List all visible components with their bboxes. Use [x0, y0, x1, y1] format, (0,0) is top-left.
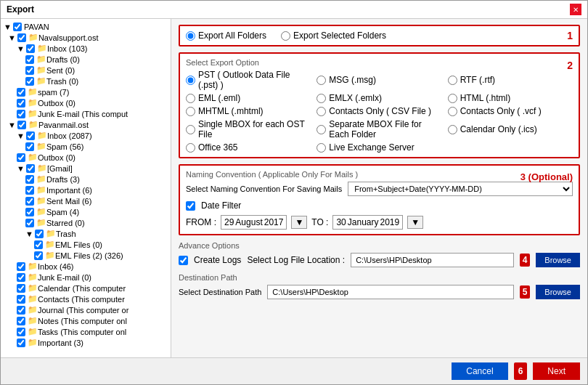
- item-checkbox[interactable]: [17, 121, 26, 129]
- item-label: Drafts (0): [46, 55, 80, 64]
- cancel-button[interactable]: Cancel: [452, 362, 507, 380]
- item-checkbox[interactable]: [25, 175, 34, 184]
- list-item[interactable]: 📁 Contacts (This computer: [1, 293, 171, 304]
- list-item[interactable]: ▼ 📁 Trash: [1, 228, 171, 239]
- list-item[interactable]: 📁 Junk E-mail (0): [1, 272, 171, 283]
- list-item[interactable]: 📁 Drafts (0): [1, 54, 171, 65]
- item-checkbox[interactable]: [25, 55, 34, 64]
- list-item[interactable]: 📁 Drafts (3): [1, 174, 171, 185]
- list-item[interactable]: 📁 Calendar (This computer: [1, 283, 171, 293]
- to-calendar-button[interactable]: ▼: [407, 216, 423, 229]
- item-checkbox[interactable]: [17, 110, 25, 118]
- naming-select[interactable]: From+Subject+Date(YYYY-MM-DD): [348, 182, 573, 196]
- export-all-folders-label[interactable]: Export All Folders: [198, 31, 266, 41]
- list-item[interactable]: 📁 Sent Mail (6): [1, 195, 171, 206]
- list-item[interactable]: 📁 EML Files (0): [1, 239, 171, 250]
- list-item[interactable]: 📁 Important (3): [1, 337, 171, 348]
- item-checkbox[interactable]: [17, 339, 25, 347]
- item-checkbox[interactable]: [17, 99, 25, 108]
- html-radio[interactable]: [448, 94, 457, 103]
- item-checkbox[interactable]: [17, 317, 25, 325]
- list-item[interactable]: 📁 Notes (This computer onl: [1, 315, 171, 326]
- list-item[interactable]: 📁 EML Files (2) (326): [1, 250, 171, 261]
- item-checkbox[interactable]: [26, 164, 35, 173]
- item-checkbox[interactable]: [25, 142, 34, 151]
- contacts-vcf-radio[interactable]: [448, 107, 457, 116]
- list-item[interactable]: 📁 Journal (This computer or: [1, 304, 171, 315]
- list-item[interactable]: ▼ 📁 Inbox (2087): [1, 130, 171, 141]
- list-item[interactable]: 📁 Outbox (0): [1, 152, 171, 163]
- section-2-box: Select Export Option PST ( Outlook Data …: [179, 52, 580, 158]
- item-checkbox[interactable]: [17, 284, 25, 293]
- item-label: Important (6): [46, 186, 92, 195]
- live-exchange-radio[interactable]: [317, 143, 326, 153]
- expand-icon: ▼: [8, 33, 16, 42]
- list-item[interactable]: 📁 Tasks (This computer onl: [1, 326, 171, 337]
- export-selected-folders-radio[interactable]: [281, 31, 290, 41]
- list-item[interactable]: ▼ 📁 Inbox (103): [1, 43, 171, 54]
- item-label: Starred (0): [46, 219, 85, 227]
- export-selected-folders-label[interactable]: Export Selected Folders: [293, 31, 386, 41]
- list-item[interactable]: 📁 Inbox (46): [1, 261, 171, 272]
- folder-icon: 📁: [28, 33, 38, 42]
- list-item[interactable]: 📁 Important (6): [1, 185, 171, 195]
- item-label: Inbox (2087): [47, 131, 92, 140]
- list-item[interactable]: ▼ 📁 Navalsupport.ost: [1, 32, 171, 43]
- list-item[interactable]: 📁 spam (7): [1, 86, 171, 97]
- item-checkbox[interactable]: [34, 240, 43, 249]
- list-item[interactable]: 📁 Junk E-mail (This comput: [1, 108, 171, 119]
- close-button[interactable]: ✕: [570, 4, 581, 15]
- item-checkbox[interactable]: [17, 295, 25, 304]
- dest-browse-button[interactable]: Browse: [536, 285, 580, 299]
- contacts-csv-radio[interactable]: [317, 107, 326, 116]
- export-all-folders-radio[interactable]: [186, 31, 195, 41]
- list-item[interactable]: 📁 Outbox (0): [1, 97, 171, 108]
- item-checkbox[interactable]: [25, 197, 34, 206]
- item-checkbox[interactable]: [17, 88, 25, 97]
- list-item[interactable]: 📁 Starred (0): [1, 217, 171, 228]
- single-mbox-radio[interactable]: [186, 125, 195, 134]
- list-item[interactable]: ▼ 📁 Pavanmail.ost: [1, 119, 171, 130]
- item-checkbox[interactable]: [26, 131, 35, 140]
- item-checkbox[interactable]: [17, 153, 25, 162]
- emlx-radio[interactable]: [317, 94, 326, 103]
- item-checkbox[interactable]: [34, 251, 43, 260]
- list-item[interactable]: ▼ 📁 [Gmail]: [1, 163, 171, 174]
- root-checkbox[interactable]: [13, 23, 22, 31]
- from-calendar-button[interactable]: ▼: [291, 216, 307, 229]
- item-checkbox[interactable]: [35, 230, 44, 238]
- item-checkbox[interactable]: [17, 273, 25, 282]
- calendar-radio[interactable]: [448, 125, 457, 134]
- list-item[interactable]: 📁 Sent (0): [1, 65, 171, 76]
- pst-radio[interactable]: [186, 76, 195, 85]
- create-logs-label[interactable]: Create Logs: [194, 255, 241, 265]
- item-checkbox[interactable]: [26, 44, 35, 53]
- dest-path-input[interactable]: [267, 285, 513, 299]
- item-checkbox[interactable]: [17, 328, 25, 336]
- mhtml-radio[interactable]: [186, 107, 195, 116]
- msg-radio[interactable]: [317, 76, 326, 85]
- date-filter-checkbox[interactable]: [186, 201, 195, 211]
- eml-radio[interactable]: [186, 94, 195, 103]
- item-checkbox[interactable]: [17, 262, 25, 271]
- date-filter-label[interactable]: Date Filter: [201, 200, 241, 211]
- root-node[interactable]: ▼ PAVAN: [1, 22, 171, 32]
- item-checkbox[interactable]: [17, 306, 25, 315]
- rtf-radio[interactable]: [448, 76, 457, 85]
- list-item[interactable]: 📁 Spam (4): [1, 206, 171, 217]
- item-checkbox[interactable]: [25, 77, 34, 86]
- item-checkbox[interactable]: [25, 208, 34, 216]
- item-checkbox[interactable]: [25, 219, 34, 227]
- create-logs-checkbox[interactable]: [179, 256, 188, 265]
- list-item[interactable]: 📁 Trash (0): [1, 76, 171, 86]
- item-checkbox[interactable]: [17, 33, 26, 42]
- next-button[interactable]: Next: [533, 362, 580, 380]
- office365-radio[interactable]: [186, 143, 195, 153]
- list-item[interactable]: 📁 Spam (56): [1, 141, 171, 152]
- folder-icon: 📁: [28, 316, 38, 325]
- item-checkbox[interactable]: [25, 66, 34, 75]
- item-checkbox[interactable]: [25, 186, 34, 195]
- log-browse-button[interactable]: Browse: [536, 253, 580, 267]
- log-location-input[interactable]: [351, 253, 514, 267]
- sep-mbox-radio[interactable]: [317, 125, 326, 134]
